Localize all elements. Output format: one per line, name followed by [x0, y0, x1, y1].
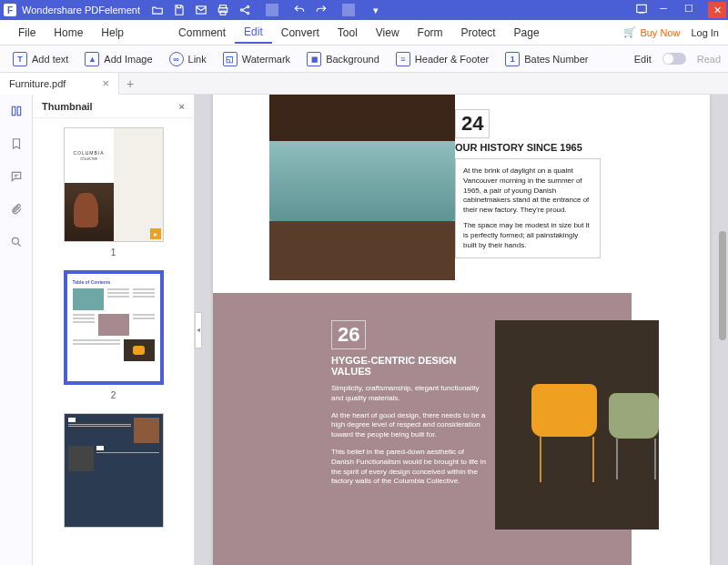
content-text: At the brink of daylight on a quaint Van…	[463, 166, 592, 216]
edit-mode-label: Edit	[634, 54, 652, 65]
window-controls: ─ ☐ ✕	[657, 2, 724, 18]
add-text-button[interactable]: TAdd text	[7, 49, 74, 69]
document-tab[interactable]: Furniture.pdf ×	[0, 73, 119, 95]
bates-number-button[interactable]: 1Bates Number	[500, 49, 593, 69]
mail-icon[interactable]	[195, 4, 207, 16]
page-number-label: 2	[111, 390, 116, 400]
add-image-button[interactable]: ▲Add Image	[79, 49, 157, 69]
background-icon: ◼	[307, 52, 321, 66]
save-icon[interactable]	[173, 4, 186, 16]
menu-page[interactable]: Page	[505, 23, 549, 43]
page-ref-number: 24	[455, 109, 490, 138]
close-button[interactable]: ✕	[708, 2, 726, 18]
background-button[interactable]: ◼Background	[301, 49, 385, 69]
thumbnail-panel-icon[interactable]	[7, 102, 25, 120]
tab-close-icon[interactable]: ×	[102, 76, 109, 90]
menu-help[interactable]: Help	[92, 23, 133, 43]
thumbnail-panel-close-icon[interactable]: ×	[179, 101, 185, 112]
app-title: Wondershare PDFelement	[22, 5, 140, 15]
customize-qat-icon[interactable]: ▾	[369, 4, 382, 16]
undo-icon[interactable]	[293, 4, 306, 16]
tab-filename: Furniture.pdf	[9, 78, 66, 89]
play-icon: ▸	[150, 228, 161, 239]
menu-comment[interactable]: Comment	[169, 23, 235, 43]
menubar: File Home Help Comment Edit Convert Tool…	[0, 20, 728, 45]
minimize-button[interactable]: ─	[657, 2, 670, 15]
content-text: Simplicity, craftsmanship, elegant funct…	[331, 384, 486, 404]
menu-form[interactable]: Form	[409, 23, 452, 43]
svg-rect-7	[637, 5, 647, 12]
feedback-icon[interactable]	[635, 3, 648, 17]
new-tab-button[interactable]: +	[119, 76, 141, 91]
print-icon[interactable]	[217, 4, 229, 16]
edit-read-toggle[interactable]	[662, 53, 686, 65]
content-image	[495, 320, 659, 530]
read-mode-label: Read	[697, 54, 721, 65]
bates-icon: 1	[505, 52, 520, 66]
page-thumbnail[interactable]: COLUMBIACOLLECTIVE ▸	[64, 127, 164, 242]
svg-point-6	[247, 12, 248, 14]
svg-rect-9	[17, 106, 21, 115]
menu-convert[interactable]: Convert	[272, 23, 329, 43]
thumbnail-list[interactable]: COLUMBIACOLLECTIVE ▸ 1 Table of Contents…	[33, 118, 194, 565]
workspace: Thumbnail × COLUMBIACOLLECTIVE ▸ 1 Table…	[0, 95, 728, 565]
quick-access-toolbar: ▾	[151, 4, 382, 16]
link-button[interactable]: ∞Link	[164, 49, 212, 69]
content-section: 26 HYGGE-CENTRIC DESIGN VALUES Simplicit…	[213, 293, 632, 565]
content-text: The space may be modest in size but it i…	[463, 221, 592, 250]
page-number-label: 1	[111, 247, 116, 257]
content-text: At the heart of good design, there needs…	[331, 411, 486, 440]
page-thumbnail[interactable]	[64, 413, 164, 528]
svg-point-5	[247, 5, 248, 7]
watermark-icon: ◱	[223, 52, 238, 66]
menu-home[interactable]: Home	[45, 23, 92, 43]
svg-point-4	[240, 9, 242, 11]
content-block: 26 HYGGE-CENTRIC DESIGN VALUES Simplicit…	[331, 320, 486, 494]
app-logo: F	[4, 4, 16, 16]
header-footer-icon: ≡	[396, 52, 410, 66]
thumbnail-panel-title: Thumbnail	[42, 101, 93, 112]
content-heading: HYGGE-CENTRIC DESIGN VALUES	[331, 355, 486, 377]
vertical-scrollbar[interactable]	[719, 231, 726, 340]
titlebar: F Wondershare PDFelement ▾ ─ ☐ ✕	[0, 0, 728, 20]
content-text: This belief in the pared-down aesthetic …	[331, 448, 486, 487]
maximize-button[interactable]: ☐	[682, 2, 695, 15]
login-button[interactable]: Log In	[691, 27, 719, 38]
bookmark-panel-icon[interactable]	[7, 135, 25, 153]
open-icon[interactable]	[151, 4, 164, 16]
menu-file[interactable]: File	[9, 23, 45, 43]
content-block: 24 OUR HISTORY SINCE 1965 At the brink o…	[455, 109, 601, 258]
menu-tool[interactable]: Tool	[329, 23, 367, 43]
document-canvas[interactable]: ◂ 24 OUR HISTORY SINCE 1965 At the brink…	[195, 95, 728, 565]
document-tabbar: Furniture.pdf × +	[0, 73, 728, 95]
attachment-panel-icon[interactable]	[7, 200, 25, 218]
link-icon: ∞	[169, 52, 184, 66]
cart-icon: 🛒	[623, 26, 636, 38]
content-image	[269, 95, 455, 280]
menu-view[interactable]: View	[367, 23, 409, 43]
page-ref-number: 26	[331, 320, 366, 349]
menu-edit[interactable]: Edit	[235, 22, 272, 44]
thumbnail-panel: Thumbnail × COLUMBIACOLLECTIVE ▸ 1 Table…	[33, 95, 195, 565]
edit-toolbar: TAdd text ▲Add Image ∞Link ◱Watermark ◼B…	[0, 45, 728, 73]
left-sidebar	[0, 95, 33, 565]
header-footer-button[interactable]: ≡Header & Footer	[390, 49, 494, 69]
buy-now-button[interactable]: 🛒Buy Now	[623, 26, 680, 38]
redo-icon[interactable]	[315, 4, 328, 16]
content-heading: OUR HISTORY SINCE 1965	[455, 142, 601, 153]
image-icon: ▲	[85, 52, 99, 66]
share-icon[interactable]	[238, 4, 251, 16]
comment-panel-icon[interactable]	[7, 167, 25, 186]
menu-protect[interactable]: Protect	[452, 23, 505, 43]
search-panel-icon[interactable]	[7, 233, 25, 251]
text-icon: T	[13, 52, 27, 66]
panel-collapse-handle[interactable]: ◂	[195, 312, 202, 348]
svg-rect-8	[12, 106, 15, 115]
document-page[interactable]: 24 OUR HISTORY SINCE 1965 At the brink o…	[213, 95, 710, 565]
svg-point-10	[12, 237, 18, 244]
page-thumbnail[interactable]: Table of Contents	[64, 270, 164, 385]
watermark-button[interactable]: ◱Watermark	[217, 49, 296, 69]
